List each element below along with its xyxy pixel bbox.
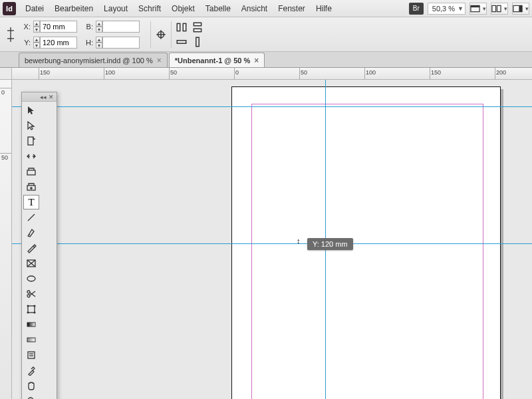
w-field[interactable] <box>102 21 140 33</box>
rectangle-frame-tool[interactable] <box>23 256 39 271</box>
gradient-swatch-tool[interactable] <box>23 317 39 332</box>
direct-selection-tool[interactable] <box>23 118 39 133</box>
toolbox[interactable]: ◂◂ ✕ T <box>21 92 57 399</box>
x-stepper[interactable]: ▲▼ <box>33 21 40 33</box>
align-icon-2[interactable] <box>192 21 203 33</box>
pencil-tool[interactable] <box>23 241 39 255</box>
selection-tool[interactable] <box>23 103 39 118</box>
svg-rect-38 <box>28 352 35 358</box>
y-label: Y: <box>21 39 31 47</box>
canvas[interactable]: ↕ Y: 120 mm ◂◂ ✕ T <box>12 80 532 399</box>
svg-rect-5 <box>519 5 522 11</box>
content-placer-tool[interactable] <box>23 180 39 194</box>
svg-point-33 <box>34 305 36 307</box>
guide-position-tooltip: Y: 120 mm <box>307 238 353 250</box>
zoom-tool[interactable] <box>23 394 39 399</box>
svg-rect-3 <box>497 5 501 11</box>
tab-label: bewerbung-anonymisiert.indd @ 100 % <box>25 57 153 65</box>
divider <box>171 21 172 48</box>
svg-point-27 <box>27 291 30 293</box>
svg-rect-12 <box>177 23 180 31</box>
divider <box>150 21 151 48</box>
close-icon[interactable]: × <box>157 56 162 65</box>
menu-layout[interactable]: Layout <box>98 1 133 16</box>
reference-point-icon[interactable] <box>5 26 16 43</box>
screen-mode-button[interactable]: ▾ <box>469 3 487 15</box>
y-stepper[interactable]: ▲▼ <box>33 37 40 49</box>
svg-point-35 <box>34 312 36 314</box>
tab-bewerbung[interactable]: bewerbung-anonymisiert.indd @ 100 % × <box>19 53 168 67</box>
arrange-button[interactable]: ▾ <box>491 3 508 15</box>
ruler-origin[interactable] <box>0 68 12 80</box>
gap-tool[interactable] <box>23 149 39 164</box>
margin-guides <box>251 104 483 399</box>
menu-hilfe[interactable]: Hilfe <box>311 1 337 16</box>
menu-datei[interactable]: Datei <box>20 1 49 16</box>
constrain-icon[interactable] <box>155 29 167 41</box>
w-stepper[interactable]: ▲▼ <box>96 21 102 33</box>
chevron-down-icon: ▾ <box>504 5 507 12</box>
close-icon[interactable]: ✕ <box>49 94 54 100</box>
menu-schrift[interactable]: Schrift <box>133 1 166 16</box>
h-label: H: <box>84 39 93 47</box>
tab-label: *Unbenannt-1 @ 50 % <box>175 57 250 65</box>
align-icon-3[interactable] <box>176 36 188 48</box>
free-transform-tool[interactable] <box>23 302 39 317</box>
hand-tool[interactable] <box>23 378 39 393</box>
h-field[interactable] <box>102 37 140 49</box>
ellipse-tool[interactable] <box>23 271 39 286</box>
svg-rect-15 <box>194 29 201 32</box>
chevron-down-icon: ▼ <box>458 5 464 12</box>
scissors-tool[interactable] <box>23 287 39 301</box>
menubar: Id Datei Bearbeiten Layout Schrift Objek… <box>0 0 532 17</box>
svg-point-28 <box>27 295 30 297</box>
gradient-feather-tool[interactable] <box>23 332 39 347</box>
svg-rect-17 <box>196 37 200 47</box>
toolbox-header[interactable]: ◂◂ ✕ <box>22 92 57 102</box>
line-tool[interactable] <box>23 210 39 225</box>
svg-rect-14 <box>194 23 201 26</box>
vertical-ruler[interactable]: 0 50 <box>0 80 12 399</box>
svg-point-22 <box>29 234 30 235</box>
workspace-button[interactable]: ▾ <box>512 3 529 15</box>
chevron-down-icon: ▾ <box>483 5 486 12</box>
align-icon-1[interactable] <box>176 21 188 33</box>
menu-tabelle[interactable]: Tabelle <box>200 1 236 16</box>
align-icon-4[interactable] <box>192 36 203 48</box>
svg-rect-37 <box>27 338 35 342</box>
menu-objekt[interactable]: Objekt <box>166 1 200 16</box>
menu-bearbeiten[interactable]: Bearbeiten <box>49 1 98 16</box>
eyedropper-tool[interactable] <box>23 363 39 378</box>
svg-rect-13 <box>183 23 186 31</box>
h-stepper[interactable]: ▲▼ <box>96 37 102 49</box>
svg-rect-36 <box>27 323 35 327</box>
pen-tool[interactable] <box>23 225 39 240</box>
x-field[interactable] <box>40 21 77 33</box>
horizontal-guide[interactable] <box>12 106 532 107</box>
work-area: 150 100 50 0 50 100 150 200 0 50 ↕ Y: 12… <box>0 68 532 399</box>
document-tabbar: bewerbung-anonymisiert.indd @ 100 % × *U… <box>0 52 532 68</box>
tab-unbenannt[interactable]: *Unbenannt-1 @ 50 % × <box>169 53 265 67</box>
zoom-level-combo[interactable]: 50,3 % ▼ <box>428 3 466 15</box>
horizontal-ruler[interactable]: 150 100 50 0 50 100 150 200 <box>12 68 532 80</box>
x-label: X: <box>21 23 31 31</box>
type-tool[interactable]: T <box>23 195 39 209</box>
page-tool[interactable] <box>23 134 39 148</box>
menu-ansicht[interactable]: Ansicht <box>236 1 273 16</box>
content-collector-tool[interactable] <box>23 164 39 179</box>
svg-rect-19 <box>27 170 35 175</box>
close-icon[interactable]: × <box>254 56 259 65</box>
app-icon: Id <box>3 2 16 15</box>
resize-ns-cursor: ↕ <box>297 237 301 245</box>
svg-rect-1 <box>471 5 479 7</box>
w-label: B: <box>84 23 93 31</box>
svg-rect-31 <box>28 306 35 313</box>
svg-point-32 <box>27 305 29 307</box>
svg-point-34 <box>27 312 29 314</box>
menu-fenster[interactable]: Fenster <box>273 1 311 16</box>
y-field[interactable] <box>40 37 77 49</box>
bridge-button[interactable]: Br <box>409 3 424 15</box>
dragging-guide[interactable] <box>12 243 532 244</box>
note-tool[interactable] <box>23 348 39 362</box>
collapse-icon[interactable]: ◂◂ <box>40 94 47 100</box>
